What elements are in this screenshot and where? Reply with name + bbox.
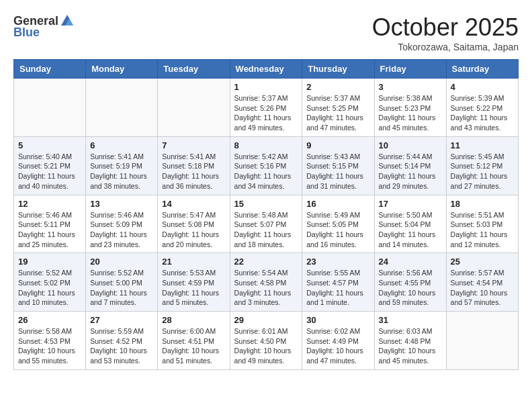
day-info: Sunrise: 5:38 AM Sunset: 5:23 PM Dayligh… [379,93,442,133]
table-cell: 8Sunrise: 5:42 AM Sunset: 5:16 PM Daylig… [230,136,302,195]
col-saturday: Saturday [446,60,518,79]
day-info: Sunrise: 5:48 AM Sunset: 5:07 PM Dayligh… [234,210,298,250]
title-area: October 2025 Tokorozawa, Saitama, Japan [372,13,519,52]
day-info: Sunrise: 5:42 AM Sunset: 5:16 PM Dayligh… [234,152,298,191]
table-cell: 1Sunrise: 5:37 AM Sunset: 5:26 PM Daylig… [230,79,302,137]
table-cell: 27Sunrise: 5:59 AM Sunset: 4:52 PM Dayli… [86,312,158,370]
day-info: Sunrise: 5:56 AM Sunset: 4:55 PM Dayligh… [379,268,442,308]
table-row: 1Sunrise: 5:37 AM Sunset: 5:26 PM Daylig… [14,79,519,137]
day-number: 1 [234,82,298,92]
day-info: Sunrise: 5:50 AM Sunset: 5:04 PM Dayligh… [379,210,442,250]
day-info: Sunrise: 5:43 AM Sunset: 5:15 PM Dayligh… [306,152,369,191]
day-number: 16 [306,199,369,209]
table-cell: 9Sunrise: 5:43 AM Sunset: 5:15 PM Daylig… [302,136,374,195]
table-cell [446,312,518,370]
day-info: Sunrise: 5:47 AM Sunset: 5:08 PM Dayligh… [162,210,225,250]
day-number: 25 [451,257,514,267]
day-number: 19 [18,257,81,267]
day-number: 8 [234,140,298,150]
day-info: Sunrise: 5:53 AM Sunset: 4:59 PM Dayligh… [162,268,225,308]
day-info: Sunrise: 5:49 AM Sunset: 5:05 PM Dayligh… [306,210,369,250]
day-number: 13 [90,199,153,209]
day-info: Sunrise: 6:01 AM Sunset: 4:50 PM Dayligh… [234,326,298,366]
table-cell: 25Sunrise: 5:57 AM Sunset: 4:54 PM Dayli… [446,253,518,312]
table-cell: 22Sunrise: 5:54 AM Sunset: 4:58 PM Dayli… [230,253,302,312]
table-cell: 13Sunrise: 5:46 AM Sunset: 5:09 PM Dayli… [86,195,158,253]
day-number: 30 [306,315,369,325]
day-number: 23 [306,257,369,267]
day-info: Sunrise: 5:37 AM Sunset: 5:26 PM Dayligh… [234,93,298,133]
calendar-table: Sunday Monday Tuesday Wednesday Thursday… [13,59,519,370]
day-number: 7 [162,140,225,150]
table-cell [158,79,230,137]
day-info: Sunrise: 5:52 AM Sunset: 5:00 PM Dayligh… [90,268,153,308]
day-number: 29 [234,315,298,325]
table-cell: 4Sunrise: 5:39 AM Sunset: 5:22 PM Daylig… [446,79,518,137]
table-cell: 23Sunrise: 5:55 AM Sunset: 4:57 PM Dayli… [302,253,374,312]
table-cell: 12Sunrise: 5:46 AM Sunset: 5:11 PM Dayli… [14,195,86,253]
table-cell: 11Sunrise: 5:45 AM Sunset: 5:12 PM Dayli… [446,136,518,195]
day-info: Sunrise: 5:41 AM Sunset: 5:18 PM Dayligh… [162,152,225,191]
table-cell: 14Sunrise: 5:47 AM Sunset: 5:08 PM Dayli… [158,195,230,253]
page-header: General Blue October 2025 Tokorozawa, Sa… [13,13,519,52]
day-number: 20 [90,257,153,267]
day-number: 15 [234,199,298,209]
day-number: 3 [379,82,442,92]
day-number: 12 [18,199,81,209]
table-cell: 7Sunrise: 5:41 AM Sunset: 5:18 PM Daylig… [158,136,230,195]
col-friday: Friday [374,60,446,79]
logo-blue: Blue [13,26,40,40]
table-row: 26Sunrise: 5:58 AM Sunset: 4:53 PM Dayli… [14,312,519,370]
day-info: Sunrise: 5:52 AM Sunset: 5:02 PM Dayligh… [18,268,81,308]
day-number: 27 [90,315,153,325]
day-info: Sunrise: 5:40 AM Sunset: 5:21 PM Dayligh… [18,152,81,191]
day-number: 18 [451,199,514,209]
table-cell: 5Sunrise: 5:40 AM Sunset: 5:21 PM Daylig… [14,136,86,195]
table-cell: 26Sunrise: 5:58 AM Sunset: 4:53 PM Dayli… [14,312,86,370]
table-cell: 18Sunrise: 5:51 AM Sunset: 5:03 PM Dayli… [446,195,518,253]
day-info: Sunrise: 5:46 AM Sunset: 5:09 PM Dayligh… [90,210,153,250]
day-info: Sunrise: 5:54 AM Sunset: 4:58 PM Dayligh… [234,268,298,308]
header-row: Sunday Monday Tuesday Wednesday Thursday… [14,60,519,79]
day-number: 10 [379,140,442,150]
table-cell: 28Sunrise: 6:00 AM Sunset: 4:51 PM Dayli… [158,312,230,370]
day-number: 31 [379,315,442,325]
col-tuesday: Tuesday [158,60,230,79]
table-row: 19Sunrise: 5:52 AM Sunset: 5:02 PM Dayli… [14,253,519,312]
table-cell: 3Sunrise: 5:38 AM Sunset: 5:23 PM Daylig… [374,79,446,137]
table-cell [14,79,86,137]
table-row: 5Sunrise: 5:40 AM Sunset: 5:21 PM Daylig… [14,136,519,195]
day-info: Sunrise: 5:58 AM Sunset: 4:53 PM Dayligh… [18,326,81,366]
table-cell: 19Sunrise: 5:52 AM Sunset: 5:02 PM Dayli… [14,253,86,312]
table-cell: 16Sunrise: 5:49 AM Sunset: 5:05 PM Dayli… [302,195,374,253]
day-info: Sunrise: 5:41 AM Sunset: 5:19 PM Dayligh… [90,152,153,191]
day-number: 28 [162,315,225,325]
day-info: Sunrise: 6:03 AM Sunset: 4:48 PM Dayligh… [379,326,442,366]
day-number: 21 [162,257,225,267]
day-number: 26 [18,315,81,325]
col-wednesday: Wednesday [230,60,302,79]
table-cell: 21Sunrise: 5:53 AM Sunset: 4:59 PM Dayli… [158,253,230,312]
day-info: Sunrise: 5:59 AM Sunset: 4:52 PM Dayligh… [90,326,153,366]
table-cell: 10Sunrise: 5:44 AM Sunset: 5:14 PM Dayli… [374,136,446,195]
day-info: Sunrise: 5:51 AM Sunset: 5:03 PM Dayligh… [451,210,514,250]
day-number: 9 [306,140,369,150]
day-info: Sunrise: 5:57 AM Sunset: 4:54 PM Dayligh… [451,268,514,308]
day-number: 11 [451,140,514,150]
table-cell: 2Sunrise: 5:37 AM Sunset: 5:25 PM Daylig… [302,79,374,137]
month-title: October 2025 [372,13,519,42]
day-info: Sunrise: 5:55 AM Sunset: 4:57 PM Dayligh… [306,268,369,308]
day-info: Sunrise: 5:39 AM Sunset: 5:22 PM Dayligh… [451,93,514,133]
table-cell: 24Sunrise: 5:56 AM Sunset: 4:55 PM Dayli… [374,253,446,312]
table-cell: 17Sunrise: 5:50 AM Sunset: 5:04 PM Dayli… [374,195,446,253]
day-number: 6 [90,140,153,150]
day-info: Sunrise: 5:46 AM Sunset: 5:11 PM Dayligh… [18,210,81,250]
table-cell: 30Sunrise: 6:02 AM Sunset: 4:49 PM Dayli… [302,312,374,370]
table-cell [86,79,158,137]
day-number: 17 [379,199,442,209]
col-thursday: Thursday [302,60,374,79]
table-cell: 20Sunrise: 5:52 AM Sunset: 5:00 PM Dayli… [86,253,158,312]
day-number: 14 [162,199,225,209]
table-cell: 31Sunrise: 6:03 AM Sunset: 4:48 PM Dayli… [374,312,446,370]
col-sunday: Sunday [14,60,86,79]
